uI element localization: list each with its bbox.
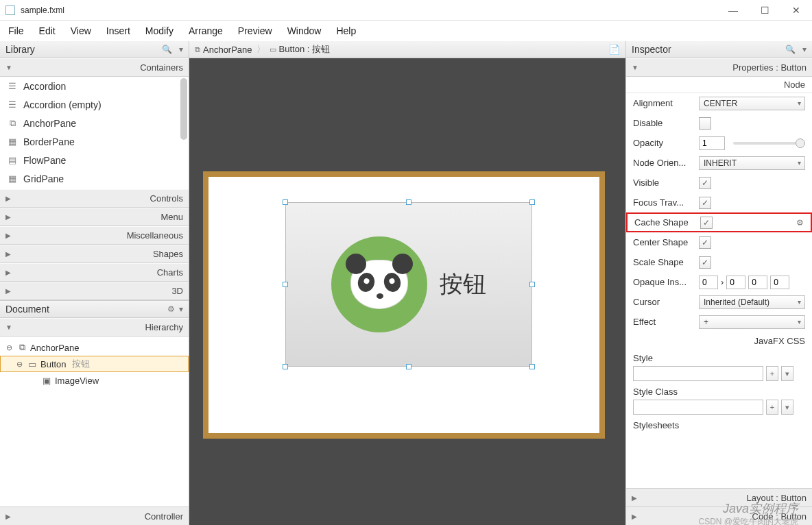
visible-checkbox[interactable]: ✓ bbox=[699, 177, 711, 189]
app-icon bbox=[5, 5, 15, 15]
lib-item-anchorpane[interactable]: ⧉AnchorPane bbox=[0, 114, 189, 132]
section-containers[interactable]: ▼Containers bbox=[0, 58, 189, 77]
lib-item-gridpane[interactable]: ▦GridPane bbox=[0, 169, 189, 188]
inset-right[interactable] bbox=[726, 276, 745, 289]
minimize-button[interactable]: — bbox=[717, 0, 749, 21]
stylesheets-label: Stylesheets bbox=[626, 417, 812, 433]
hierarchy-header[interactable]: ▼Hierarchy bbox=[0, 318, 189, 337]
canvas-area[interactable]: 按钮 bbox=[189, 58, 625, 525]
library-scrollbar[interactable] bbox=[180, 78, 187, 140]
lib-item-borderpane[interactable]: ▦BorderPane bbox=[0, 132, 189, 151]
close-button[interactable]: ✕ bbox=[780, 0, 812, 21]
prop-cursor: Cursor Inherited (Default) bbox=[626, 292, 812, 312]
focus-trav-checkbox[interactable]: ✓ bbox=[699, 197, 711, 209]
prop-opacity: Opacity bbox=[626, 133, 812, 153]
menu-arrange[interactable]: Arrange bbox=[189, 25, 223, 36]
tree-imageview[interactable]: ▣ImageView bbox=[0, 372, 189, 389]
resize-handle-sw[interactable] bbox=[283, 364, 288, 369]
style-label: Style bbox=[633, 353, 805, 363]
styleclass-add-button[interactable]: + bbox=[766, 400, 778, 415]
section-misc[interactable]: ▶Miscellaneous bbox=[0, 226, 189, 245]
style-input[interactable] bbox=[633, 366, 763, 381]
library-menu-icon[interactable]: ▾ bbox=[179, 45, 183, 54]
cursor-combo[interactable]: Inherited (Default) bbox=[699, 295, 805, 309]
search-icon[interactable]: 🔍 bbox=[785, 45, 796, 54]
inset-top[interactable] bbox=[699, 276, 718, 289]
menu-edit[interactable]: Edit bbox=[39, 25, 56, 36]
section-shapes[interactable]: ▶Shapes bbox=[0, 245, 189, 263]
scale-shape-checkbox[interactable]: ✓ bbox=[699, 256, 711, 269]
prop-center-shape: Center Shape ✓ bbox=[626, 232, 812, 252]
search-icon[interactable]: 🔍 bbox=[162, 45, 172, 54]
inspector-header: Inspector 🔍 ▾ bbox=[626, 41, 812, 58]
lib-item-accordion-empty[interactable]: ☰Accordion (empty) bbox=[0, 95, 189, 114]
document-gear-icon[interactable]: ⚙ bbox=[167, 304, 175, 314]
css-group-title: JavaFX CSS bbox=[626, 332, 812, 350]
node-orient-combo[interactable]: INHERIT bbox=[699, 156, 805, 170]
menu-insert[interactable]: Insert bbox=[106, 25, 130, 36]
resize-handle-se[interactable] bbox=[529, 364, 535, 369]
section-controls[interactable]: ▶Controls bbox=[0, 189, 189, 208]
section-menu[interactable]: ▶Menu bbox=[0, 208, 189, 226]
prop-alignment: Alignment CENTER bbox=[626, 93, 812, 113]
inset-bottom[interactable] bbox=[748, 276, 767, 289]
cache-shape-checkbox[interactable]: ✓ bbox=[700, 217, 713, 229]
menu-view[interactable]: View bbox=[71, 25, 91, 36]
menu-help[interactable]: Help bbox=[336, 25, 356, 36]
document-menu-icon[interactable]: ▾ bbox=[179, 304, 183, 314]
panda-icon bbox=[331, 236, 427, 332]
controller-header[interactable]: ▶Controller bbox=[0, 506, 189, 525]
button-component[interactable]: 按钮 bbox=[285, 202, 532, 367]
styleclass-label: Style Class bbox=[633, 387, 805, 397]
inspector-title: Inspector bbox=[632, 44, 671, 55]
menu-file[interactable]: File bbox=[8, 25, 24, 36]
tree-button[interactable]: ⊖▭Button按钮 bbox=[0, 356, 189, 372]
crumb-anchorpane[interactable]: ⧉AnchorPane bbox=[195, 45, 252, 55]
resize-handle-ne[interactable] bbox=[529, 199, 535, 205]
menu-modify[interactable]: Modify bbox=[145, 25, 174, 36]
menu-window[interactable]: Window bbox=[287, 25, 322, 36]
window-title: sample.fxml bbox=[21, 5, 717, 15]
section-3d[interactable]: ▶3D bbox=[0, 282, 189, 300]
opacity-input[interactable] bbox=[699, 136, 725, 150]
prop-cache-shape: Cache Shape ✓ ⚙ bbox=[626, 212, 812, 232]
lib-item-hbox[interactable]: ▭HBox bbox=[0, 188, 189, 189]
button-label: 按钮 bbox=[440, 269, 486, 300]
lib-item-flowpane[interactable]: ▤FlowPane bbox=[0, 151, 189, 169]
resize-handle-e[interactable] bbox=[529, 282, 535, 287]
prop-node-orientation: Node Orien... INHERIT bbox=[626, 153, 812, 173]
style-menu-button[interactable]: ▾ bbox=[781, 366, 793, 381]
maximize-button[interactable]: ☐ bbox=[749, 0, 780, 21]
resize-handle-w[interactable] bbox=[283, 282, 288, 287]
styleclass-menu-button[interactable]: ▾ bbox=[781, 400, 793, 415]
tree-anchorpane[interactable]: ⊖⧉AnchorPane bbox=[0, 339, 189, 356]
properties-header[interactable]: ▼Properties : Button bbox=[626, 58, 812, 77]
menu-preview[interactable]: Preview bbox=[238, 25, 272, 36]
resize-handle-s[interactable] bbox=[406, 364, 411, 369]
prop-visible: Visible ✓ bbox=[626, 173, 812, 193]
node-group-title: Node bbox=[626, 77, 812, 93]
section-charts[interactable]: ▶Charts bbox=[0, 263, 189, 282]
disable-checkbox[interactable] bbox=[699, 117, 711, 130]
inspector-search-input[interactable] bbox=[741, 45, 783, 54]
library-title: Library bbox=[5, 44, 35, 55]
prop-effect: Effect + bbox=[626, 312, 812, 332]
style-add-button[interactable]: + bbox=[766, 366, 778, 381]
inset-left[interactable] bbox=[770, 276, 789, 289]
prop-gear-icon[interactable]: ⚙ bbox=[796, 218, 804, 228]
alignment-combo[interactable]: CENTER bbox=[699, 97, 805, 110]
library-search-input[interactable] bbox=[118, 45, 159, 54]
inspector-menu-icon[interactable]: ▾ bbox=[802, 45, 807, 54]
effect-combo[interactable]: + bbox=[699, 315, 805, 329]
prop-disable: Disable bbox=[626, 113, 812, 133]
title-bar: sample.fxml — ☐ ✕ bbox=[0, 0, 812, 21]
center-shape-checkbox[interactable]: ✓ bbox=[699, 236, 711, 249]
opacity-slider[interactable] bbox=[733, 142, 805, 145]
menu-bar: File Edit View Insert Modify Arrange Pre… bbox=[0, 21, 812, 41]
lib-item-accordion[interactable]: ☰Accordion bbox=[0, 77, 189, 95]
resize-handle-n[interactable] bbox=[406, 199, 411, 205]
document-icon[interactable]: 📄 bbox=[608, 44, 620, 55]
resize-handle-nw[interactable] bbox=[283, 199, 288, 205]
crumb-button[interactable]: ▭Button : 按钮 bbox=[270, 43, 330, 56]
styleclass-input[interactable] bbox=[633, 400, 763, 415]
